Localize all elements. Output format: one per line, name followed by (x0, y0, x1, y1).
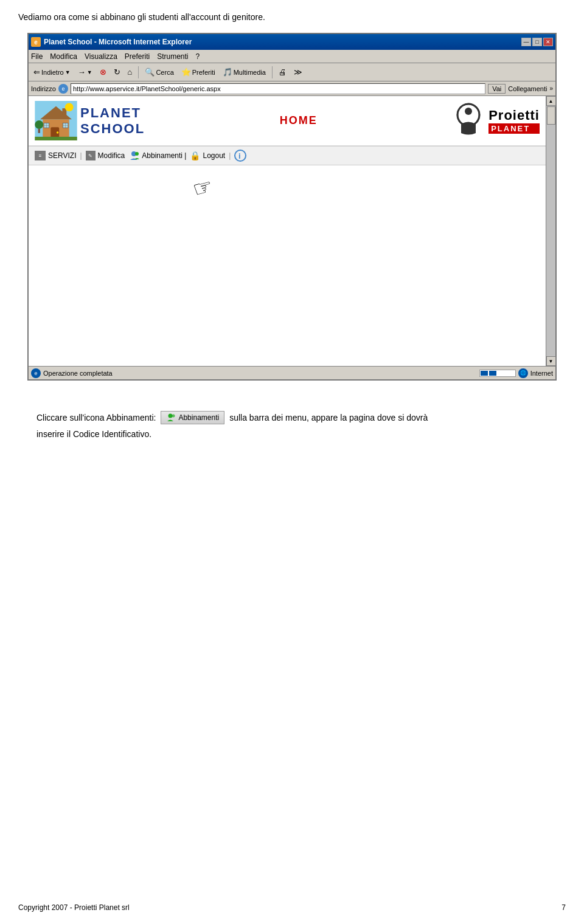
svg-point-24 (172, 415, 175, 418)
search-icon: 🔍 (145, 67, 155, 77)
nav-abbinamenti-label: Abbinamenti | (142, 151, 186, 160)
menu-bar: File Modifica Visualizza Preferiti Strum… (29, 50, 555, 63)
page-footer: Copyright 2007 - Proietti Planet srl 7 (18, 903, 566, 912)
search-button[interactable]: 🔍 Cerca (142, 66, 176, 78)
stop-icon: ⊗ (100, 67, 106, 77)
address-bar: Indirizzo e Vai Collegamenti » (29, 81, 555, 96)
instruction-part1: Cliccare sull'icona Abbinamenti: (36, 413, 156, 422)
favorites-button[interactable]: ⭐ Preferiti (179, 66, 218, 78)
internet-icon: 🌐 (518, 368, 528, 378)
menu-file[interactable]: File (31, 52, 43, 61)
back-label: Indietro (41, 69, 64, 76)
toolbar-separator-2 (272, 66, 273, 78)
nav-separator-1: | (80, 151, 82, 160)
go-button[interactable]: Vai (488, 84, 506, 94)
window-controls: — □ ✕ (521, 38, 553, 46)
browser-content: PLANET SCHOOL HOME (29, 96, 546, 366)
menu-modifica[interactable]: Modifica (50, 52, 77, 61)
multimedia-button[interactable]: 🎵 Multimedia (220, 66, 268, 78)
servizi-icon: ≡ (35, 151, 46, 160)
nav-servizi-label: SERVIZI (48, 151, 76, 160)
page-number: 7 (561, 903, 566, 912)
back-button[interactable]: ⇐ Indietro ▼ (31, 66, 73, 78)
menu-visualizza[interactable]: Visualizza (85, 52, 117, 61)
maximize-button[interactable]: □ (532, 38, 542, 46)
more-button[interactable]: ≫ (291, 66, 305, 78)
back-arrow: ▼ (65, 69, 71, 75)
nav-modifica-label: Modifica (98, 151, 125, 160)
links-arrows: » (549, 85, 553, 92)
forward-icon: → (78, 67, 86, 77)
menu-help[interactable]: ? (196, 52, 200, 61)
instruction-row: Cliccare sull'icona Abbinamenti: Abbinam… (36, 411, 548, 424)
forward-button[interactable]: → ▼ (75, 66, 95, 78)
nav-modifica[interactable]: ✎ Modifica (86, 151, 125, 160)
logout-lock-icon: 🔒 (190, 151, 200, 160)
internet-label: Internet (530, 370, 553, 377)
toolbar: ⇐ Indietro ▼ → ▼ ⊗ ↻ ⌂ 🔍 Cerca (29, 63, 555, 81)
instruction-area: Cliccare sull'icona Abbinamenti: Abbinam… (18, 399, 566, 451)
address-icon: e (58, 84, 68, 94)
instruction-line2: inserire il Codice Identificativo. (36, 429, 548, 439)
svg-point-15 (65, 103, 74, 111)
proietti-icon (452, 103, 485, 139)
print-icon: 🖨 (279, 67, 287, 77)
browser-title: Planet School - Microsoft Internet Explo… (44, 38, 192, 46)
scrollbar-right[interactable]: ▲ ▼ (546, 96, 555, 366)
nav-logout[interactable]: 🔒 Logout (190, 151, 225, 160)
svg-point-4 (57, 131, 58, 133)
search-label: Cerca (156, 69, 173, 76)
empty-content-area (29, 165, 546, 366)
proietti-planet-label: PLANET (488, 123, 540, 134)
menu-preferiti[interactable]: Preferiti (125, 52, 150, 61)
svg-point-23 (169, 414, 173, 418)
site-nav: ≡ SERVIZI | ✎ Modifica (29, 146, 546, 165)
stop-button[interactable]: ⊗ (97, 66, 109, 78)
info-icon: i (234, 150, 246, 162)
favorites-icon: ⭐ (181, 67, 191, 77)
scroll-thumb[interactable] (547, 106, 555, 125)
instruction-part3: inserire il Codice Identificativo. (36, 429, 151, 439)
minimize-button[interactable]: — (521, 38, 531, 46)
svg-point-17 (465, 108, 472, 115)
refresh-button[interactable]: ↻ (111, 66, 123, 78)
site-logo: PLANET SCHOOL (35, 101, 145, 140)
intro-text: Vediamo ora come si abbinano gli student… (18, 12, 566, 22)
address-input[interactable] (71, 83, 485, 94)
proietti-logo: Proietti PLANET (452, 103, 540, 139)
logo-school: SCHOOL (80, 121, 145, 137)
nav-info[interactable]: i (234, 150, 246, 162)
more-icon: ≫ (294, 67, 302, 77)
nav-abbinamenti[interactable]: Abbinamenti | (128, 150, 186, 161)
close-button[interactable]: ✕ (543, 38, 553, 46)
nav-servizi[interactable]: ≡ SERVIZI (35, 151, 76, 160)
multimedia-label: Multimedia (234, 69, 266, 76)
multimedia-icon: 🎵 (223, 67, 232, 77)
print-button[interactable]: 🖨 (276, 66, 289, 78)
instruction-part2: sulla barra dei menu, appare la pagina d… (229, 413, 428, 422)
scroll-down-arrow[interactable]: ▼ (546, 356, 556, 366)
site-header: PLANET SCHOOL HOME (29, 96, 546, 146)
svg-rect-12 (35, 137, 77, 140)
menu-strumenti[interactable]: Strumenti (157, 52, 188, 61)
status-text: Operazione completata (43, 370, 113, 377)
copyright-text: Copyright 2007 - Proietti Planet srl (18, 903, 130, 912)
home-button[interactable]: ⌂ (125, 66, 135, 78)
proietti-name: Proietti (488, 108, 540, 123)
links-label[interactable]: Collegamenti (508, 85, 547, 92)
status-icon: e (31, 368, 41, 378)
favorites-label: Preferiti (192, 69, 215, 76)
back-icon: ⇐ (33, 67, 40, 77)
progress-block-1 (481, 371, 488, 376)
svg-point-13 (35, 120, 43, 129)
abbinamenti-inline-button[interactable]: Abbinamenti (161, 411, 224, 424)
nav-separator-2: | (229, 151, 231, 160)
address-label: Indirizzo (31, 85, 56, 92)
abbinamenti-btn-label: Abbinamenti (178, 413, 219, 422)
scroll-up-arrow[interactable]: ▲ (546, 96, 556, 106)
progress-block-2 (489, 371, 496, 376)
status-bar: e Operazione completata 🌐 Internet (29, 366, 555, 379)
toolbar-separator-1 (138, 66, 139, 78)
scroll-track (546, 106, 555, 356)
refresh-icon: ↻ (114, 67, 120, 77)
